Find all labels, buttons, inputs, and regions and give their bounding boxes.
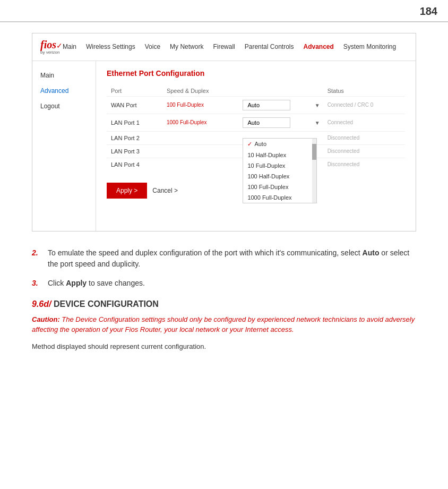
speed-lan2 (162, 131, 238, 144)
sidebar-item-main[interactable]: Main (40, 72, 88, 79)
sidebar-item-logout[interactable]: Logout (40, 102, 88, 110)
text-instructions: 2. To emulate the speed and duplex confi… (32, 247, 416, 352)
step2-number: 2. (32, 247, 48, 259)
list-item-step3: 3. Click Apply to save changes. (32, 278, 416, 289)
dd-option-100full[interactable]: 100 Full-Duplex (243, 182, 316, 192)
dd-option-100half[interactable]: 100 Half-Duplex (243, 171, 316, 182)
ethernet-config-panel: Ethernet Port Configuration Port Speed &… (96, 61, 416, 231)
page-number: 184 (420, 5, 437, 18)
lan2-dropdown-list[interactable]: ✓Auto 10 Half-Duplex 10 Full-Duplex 100 … (243, 138, 317, 203)
nav-main[interactable]: Main (63, 43, 76, 50)
status-lan3: Disconnected (323, 144, 405, 158)
logo-by-verizon: by verizon (40, 50, 63, 55)
speed-lan4 (162, 158, 238, 171)
ethernet-config-title: Ethernet Port Configuration (107, 69, 405, 78)
router-ui-mockup: fios✓ by verizon Main Wireless Settings … (32, 33, 416, 231)
col-status: Status (323, 85, 405, 97)
wan-dropdown-arrow: ▼ (315, 102, 320, 108)
apply-button[interactable]: Apply > (107, 183, 147, 199)
caution-body: The Device Configuration settings should… (32, 315, 415, 334)
fios-logo: fios✓ by verizon (40, 39, 63, 55)
nav-items: Main Wireless Settings Voice My Network … (63, 43, 396, 50)
port-table: Port Speed & Duplex Status WAN Port 100 … (107, 85, 405, 171)
table-row: LAN Port 2 ✓Auto 10 Half-Duplex 10 Full-… (107, 131, 405, 144)
step3-number: 3. (32, 278, 48, 289)
logo-check: ✓ (56, 41, 63, 50)
port-name-wan: WAN Port (107, 96, 162, 114)
sidebar: Main Advanced Logout (32, 61, 96, 231)
port-name-lan4: LAN Port 4 (107, 158, 162, 171)
nav-system-monitoring[interactable]: System Monitoring (343, 43, 396, 50)
lan1-dropdown-arrow: ▼ (315, 119, 320, 125)
status-lan2: Disconnected (323, 131, 405, 144)
section-number: 9.6d/ (32, 299, 51, 308)
dropdown-lan1[interactable]: Auto ▼ (238, 114, 323, 131)
nav-parental-controls[interactable]: Parental Controls (245, 43, 294, 50)
scrollbar-thumb[interactable] (312, 144, 316, 160)
nav-wireless-settings[interactable]: Wireless Settings (86, 43, 135, 50)
dd-option-10half[interactable]: 10 Half-Duplex (243, 150, 316, 160)
section-heading: 9.6d/ DEVICE CONFIGURATION (32, 299, 416, 309)
port-name-lan3: LAN Port 3 (107, 144, 162, 158)
step2-auto-bold: Auto (363, 248, 380, 257)
sidebar-item-advanced[interactable]: Advanced (40, 87, 88, 95)
table-row: LAN Port 1 1000 Full-Duplex Auto ▼ Conne… (107, 114, 405, 131)
step2-text: To emulate the speed and duplex configur… (48, 247, 416, 270)
nav-voice[interactable]: Voice (145, 43, 160, 50)
dropdown-wan[interactable]: Auto ▼ (238, 96, 323, 114)
list-item-step2: 2. To emulate the speed and duplex confi… (32, 247, 416, 270)
nav-my-network[interactable]: My Network (170, 43, 203, 50)
dropdown-scrollbar[interactable] (312, 139, 316, 203)
status-wan: Connected / CRC 0 (323, 96, 405, 114)
section-name: DEVICE CONFIGURATION (54, 299, 159, 308)
router-body: Main Advanced Logout Ethernet Port Confi… (32, 61, 416, 231)
dd-check-icon: ✓ (247, 141, 252, 147)
speed-lan3 (162, 144, 238, 158)
dd-option-10full[interactable]: 10 Full-Duplex (243, 160, 316, 171)
status-lan4: Disconnected (323, 158, 405, 171)
normal-paragraph: Method displayed should represent curren… (32, 341, 416, 352)
dd-option-1000full[interactable]: 1000 Full-Duplex (243, 192, 316, 203)
wan-port-select[interactable]: Auto (243, 100, 290, 110)
cancel-button[interactable]: Cancel > (152, 187, 178, 194)
port-name-lan1: LAN Port 1 (107, 114, 162, 131)
table-row: WAN Port 100 Full-Duplex Auto ▼ Connecte… (107, 96, 405, 114)
dropdown-lan2-cell: ✓Auto 10 Half-Duplex 10 Full-Duplex 100 … (238, 131, 323, 144)
nav-advanced[interactable]: Advanced (303, 43, 333, 50)
status-lan1: Connected (323, 114, 405, 131)
lan1-port-select[interactable]: Auto (243, 117, 290, 128)
col-speed: Speed & Duplex (162, 85, 238, 97)
caution-paragraph: Caution: The Device Configuration settin… (32, 314, 416, 335)
step3-text: Click Apply to save changes. (48, 278, 145, 289)
speed-lan1: 1000 Full-Duplex (162, 114, 238, 131)
router-nav: fios✓ by verizon Main Wireless Settings … (32, 33, 416, 61)
instruction-list: 2. To emulate the speed and duplex confi… (32, 247, 416, 289)
logo-fios-text: fios (40, 39, 56, 50)
nav-firewall[interactable]: Firewall (213, 43, 235, 50)
caution-label: Caution: (32, 315, 60, 323)
speed-wan: 100 Full-Duplex (162, 96, 238, 114)
step3-apply-bold: Apply (66, 279, 87, 287)
col-dropdown-spacer (238, 85, 323, 97)
port-name-lan2: LAN Port 2 (107, 131, 162, 144)
col-port: Port (107, 85, 162, 97)
dd-option-auto[interactable]: ✓Auto (243, 139, 316, 150)
